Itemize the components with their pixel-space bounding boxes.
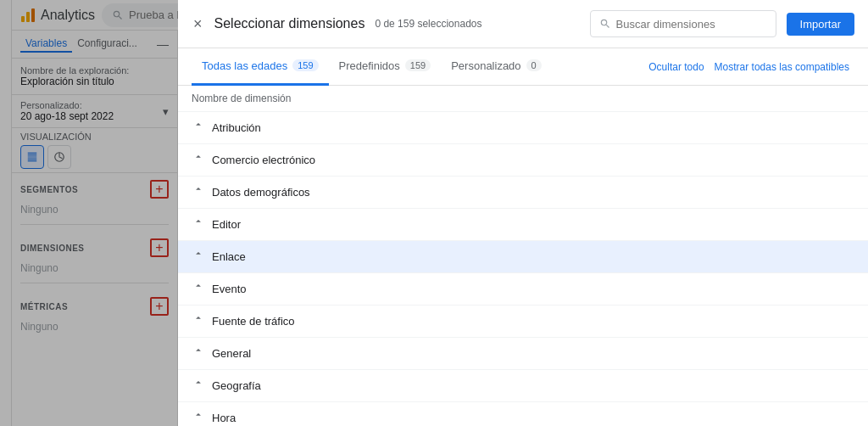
dim-group-header-fuente[interactable]: Fuente de tráfico — [178, 305, 868, 337]
dim-group-label-editor: Editor — [212, 218, 241, 231]
dim-group-label-datos-demo: Datos demográficos — [212, 186, 310, 199]
dimension-list: AtribuciónComercio electrónicoDatos demo… — [178, 112, 868, 426]
chevron-icon-datos-demo — [192, 185, 205, 199]
dim-group-header-enlace[interactable]: Enlace — [178, 241, 868, 272]
modal-search-input[interactable] — [616, 18, 752, 31]
dim-group-enlace: Enlace — [178, 241, 868, 273]
dim-group-header-evento[interactable]: Evento — [178, 273, 868, 305]
modal-title: Seleccionar dimensiones — [214, 16, 365, 31]
tab-predefinidos-badge: 159 — [405, 59, 431, 71]
dim-group-header-atribucion[interactable]: Atribución — [178, 112, 868, 143]
dim-group-header-editor[interactable]: Editor — [178, 209, 868, 240]
dim-group-header-general[interactable]: General — [178, 338, 868, 369]
chevron-icon-geografia — [192, 378, 205, 393]
tab-personalizado[interactable]: Personalizado 0 — [441, 48, 552, 86]
tab-predefinidos[interactable]: Predefinidos 159 — [329, 48, 442, 86]
dim-group-label-atribucion: Atribución — [212, 121, 261, 134]
tab-personalizado-label: Personalizado — [451, 59, 520, 72]
show-compatible-button[interactable]: Mostrar todas las compatibles — [709, 61, 854, 73]
dim-group-label-hora: Hora — [212, 412, 236, 424]
dim-group-header-comercio[interactable]: Comercio electrónico — [178, 144, 868, 176]
dim-group-atribucion: Atribución — [178, 112, 868, 144]
select-dimensions-modal: × Seleccionar dimensiones 0 de 159 selec… — [178, 0, 868, 426]
dim-group-label-fuente: Fuente de tráfico — [212, 315, 295, 328]
tab-todas[interactable]: Todas las edades 159 — [192, 48, 329, 86]
dim-col-header: Nombre de dimensión — [178, 86, 868, 112]
dim-group-label-geografia: Geografía — [212, 379, 261, 392]
dim-group-header-datos-demo[interactable]: Datos demográficos — [178, 177, 868, 208]
import-button[interactable]: Importar — [787, 13, 854, 36]
dim-group-label-general: General — [212, 347, 251, 360]
modal-tabs: Todas las edades 159 Predefinidos 159 Pe… — [178, 48, 868, 86]
dim-group-evento: Evento — [178, 273, 868, 305]
tab-todas-label: Todas las edades — [202, 59, 287, 72]
modal-count: 0 de 159 seleccionados — [375, 18, 481, 30]
dim-group-comercio: Comercio electrónico — [178, 144, 868, 177]
dim-group-fuente: Fuente de tráfico — [178, 305, 868, 338]
chevron-icon-editor — [192, 217, 205, 232]
dim-group-label-comercio: Comercio electrónico — [212, 154, 315, 166]
tab-personalizado-badge: 0 — [526, 59, 542, 71]
hide-all-button[interactable]: Ocultar todo — [643, 61, 709, 73]
dim-group-editor: Editor — [178, 209, 868, 241]
dim-group-label-evento: Evento — [212, 283, 246, 295]
dim-group-header-hora[interactable]: Hora — [178, 402, 868, 426]
modal-search-box[interactable] — [590, 10, 776, 37]
chevron-icon-comercio — [192, 153, 205, 167]
dim-group-geografia: Geografía — [178, 370, 868, 402]
chevron-icon-atribucion — [192, 121, 205, 135]
chevron-icon-fuente — [192, 314, 205, 328]
modal-search-icon — [599, 18, 611, 30]
dim-group-hora: Hora — [178, 402, 868, 426]
chevron-icon-evento — [192, 282, 205, 296]
chevron-icon-general — [192, 346, 205, 361]
chevron-icon-hora — [192, 411, 205, 425]
dim-group-datos-demo: Datos demográficos — [178, 177, 868, 209]
tab-todas-badge: 159 — [292, 59, 318, 71]
dim-group-header-geografia[interactable]: Geografía — [178, 370, 868, 401]
modal-close-button[interactable]: × — [192, 14, 204, 33]
tab-predefinidos-label: Predefinidos — [339, 59, 400, 72]
dim-group-label-enlace: Enlace — [212, 250, 246, 263]
modal-header: × Seleccionar dimensiones 0 de 159 selec… — [178, 0, 868, 48]
dim-group-general: General — [178, 338, 868, 370]
chevron-icon-enlace — [192, 249, 205, 264]
